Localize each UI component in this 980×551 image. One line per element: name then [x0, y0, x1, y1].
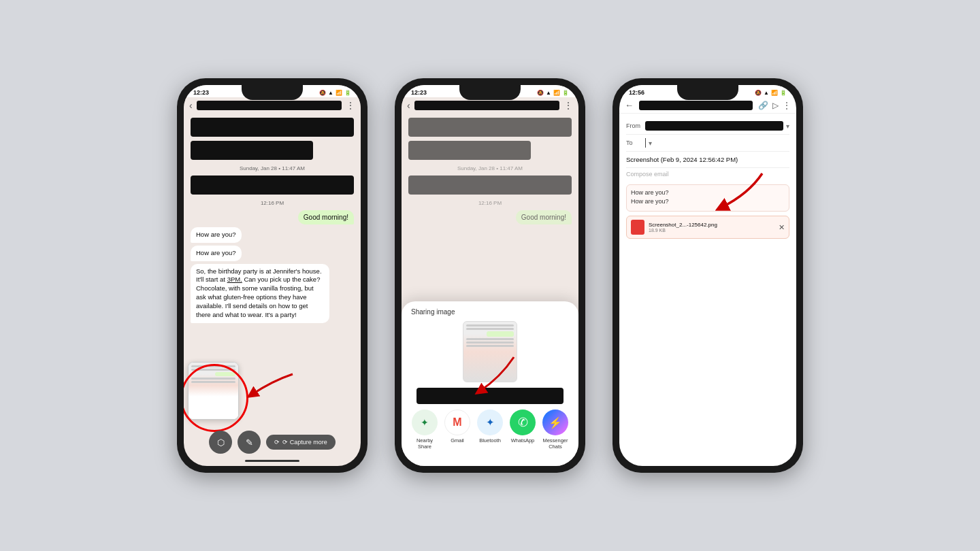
gmail-header-redacted: [639, 101, 753, 110]
screenshot-toolbar: ⬡ ✎ ⟳ ⟳ Capture more: [184, 431, 361, 454]
redacted-message-2: [191, 141, 313, 160]
gmail-back-icon[interactable]: ←: [625, 100, 634, 110]
phone-notch-1: [242, 85, 303, 100]
attachment-filesize: 18.9 KB: [649, 228, 774, 233]
wifi-icon-2: 📶: [553, 90, 560, 96]
from-chevron[interactable]: ▾: [786, 122, 789, 130]
mute-icon-3: 🔕: [755, 90, 762, 96]
gmail-compose-body: From ▾ To ▾ Screenshot (Feb 9, 2024 12:5…: [619, 114, 796, 243]
from-label: From: [626, 122, 642, 129]
preview-line-4: [191, 381, 235, 383]
contact-name-redacted-2: [414, 101, 559, 110]
time-label-2: 12:16 PM: [408, 200, 572, 206]
date-label-1: Sunday, Jan 28 • 11:47 AM: [191, 165, 354, 171]
home-bar-1: [245, 460, 299, 462]
gmail-header-actions: 🔗 ▷ ⋮: [758, 101, 791, 110]
phone-notch-3: [677, 85, 738, 100]
to-chevron[interactable]: ▾: [649, 139, 652, 147]
share-app-messenger[interactable]: ⚡ Messenger Chats: [540, 410, 570, 450]
to-label: To: [626, 139, 642, 146]
phone-2-screen: 12:23 🔕 ▲ 📶 🔋 ‹ ⋮ Sunday, Jan 28 • 11:47…: [402, 85, 578, 466]
share-icon: ⬡: [217, 437, 225, 448]
redacted-2-1: [408, 118, 572, 137]
to-field[interactable]: To ▾: [626, 135, 789, 152]
share-apps-row: ✦ Nearby Share M Gmail ✦ Bluetooth: [408, 407, 572, 452]
nearby-share-label: Nearby Share: [410, 437, 440, 450]
sip-line-2: [466, 328, 514, 330]
mute-icon-1: 🔕: [319, 90, 326, 96]
message-line-2: How are you?: [631, 198, 785, 205]
bubble-good-morning: Good morning!: [298, 210, 354, 224]
chat-area-1: Sunday, Jan 28 • 11:47 AM 12:16 PM Good …: [184, 114, 361, 327]
phone-2: 12:23 🔕 ▲ 📶 🔋 ‹ ⋮ Sunday, Jan 28 • 11:47…: [395, 78, 585, 473]
bubble-how-are-you-2: How are you?: [191, 246, 242, 261]
messenger-icon: ⚡: [542, 410, 568, 435]
share-sheet-title: Sharing image: [408, 308, 572, 316]
signal-icon-1: ▲: [328, 90, 333, 96]
back-icon-1[interactable]: ‹: [189, 100, 193, 111]
compose-placeholder[interactable]: Compose email: [626, 168, 789, 180]
phone-3: 12:56 🔕 ▲ 📶 🔋 ← 🔗 ▷ ⋮ From: [612, 78, 803, 473]
screenshot-preview-thumbnail: [188, 362, 239, 420]
share-app-gmail[interactable]: M Gmail: [442, 410, 472, 444]
attachment-link-icon[interactable]: 🔗: [758, 101, 768, 110]
gmail-icon: M: [444, 410, 470, 435]
wifi-icon-3: 📶: [771, 90, 778, 96]
share-image-preview: [463, 321, 517, 382]
message-line-1: How are you?: [631, 189, 785, 196]
bluetooth-icon: ✦: [477, 410, 503, 435]
sip-line-4: [466, 341, 514, 344]
messenger-label: Messenger Chats: [540, 437, 570, 450]
share-button[interactable]: ⬡: [209, 431, 232, 454]
back-icon-2[interactable]: ‹: [407, 100, 410, 111]
preview-line-2: [191, 369, 235, 371]
capture-more-button[interactable]: ⟳ ⟳ Capture more: [266, 435, 336, 450]
share-app-nearby[interactable]: ✦ Nearby Share: [410, 410, 440, 450]
more-options-icon-2[interactable]: ⋮: [564, 100, 573, 111]
bubble-good-morning-2: Good morning!: [516, 210, 572, 224]
share-sheet: Sharing image ✦ Nearby Share: [402, 301, 578, 466]
from-field: From ▾: [626, 118, 789, 135]
more-icon[interactable]: ⋮: [783, 101, 791, 110]
whatsapp-label: WhatsApp: [511, 437, 535, 444]
signal-icon-3: ▲: [764, 90, 769, 96]
status-time-3: 12:56: [629, 89, 644, 96]
phone-3-screen: 12:56 🔕 ▲ 📶 🔋 ← 🔗 ▷ ⋮ From: [619, 85, 796, 466]
attachment-file-icon: [631, 220, 644, 235]
phone-1: 12:23 🔕 ▲ 📶 🔋 ‹ ⋮ Sunday, Jan 28 • 11:47…: [177, 78, 368, 473]
sip-bubble: [487, 331, 514, 337]
message-preview-box: How are you? How are you?: [626, 184, 789, 212]
share-app-whatsapp[interactable]: ✆ WhatsApp: [508, 410, 538, 444]
attachment-details: Screenshot_2...-125642.png 18.9 KB: [649, 222, 774, 233]
preview-bubble: [215, 372, 235, 376]
time-underlined: 3PM.: [227, 276, 242, 283]
phone-notch-2: [459, 85, 521, 100]
from-value-redacted: [645, 121, 783, 131]
redacted-message-1: [191, 118, 354, 137]
attachment-filename: Screenshot_2...-125642.png: [649, 222, 774, 228]
sip-line-3: [466, 338, 514, 340]
attachment-remove-button[interactable]: ✕: [779, 223, 785, 232]
status-icons-2: 🔕 ▲ 📶 🔋: [537, 90, 569, 96]
more-options-icon-1[interactable]: ⋮: [346, 100, 355, 111]
whatsapp-icon: ✆: [510, 410, 536, 435]
battery-icon-1: 🔋: [344, 90, 351, 96]
preview-line-3: [191, 378, 235, 380]
send-icon[interactable]: ▷: [772, 101, 779, 110]
battery-icon-3: 🔋: [780, 90, 787, 96]
edit-button[interactable]: ✎: [238, 431, 261, 454]
gmail-label: Gmail: [451, 437, 464, 444]
time-label-1: 12:16 PM: [191, 200, 354, 206]
sip-line-1: [466, 324, 514, 327]
redacted-2-2: [408, 141, 531, 160]
redacted-2-3: [408, 176, 572, 195]
wifi-icon-1: 📶: [336, 90, 342, 96]
preview-line-1: [191, 365, 235, 367]
status-time-2: 12:23: [411, 89, 427, 96]
share-contact-redacted: [416, 388, 564, 404]
chat-area-2: Sunday, Jan 28 • 11:47 AM 12:16 PM Good …: [402, 114, 578, 229]
cursor: [645, 138, 646, 148]
share-app-bluetooth[interactable]: ✦ Bluetooth: [475, 410, 505, 444]
contact-name-redacted-1: [197, 101, 342, 110]
bluetooth-label: Bluetooth: [479, 437, 501, 444]
